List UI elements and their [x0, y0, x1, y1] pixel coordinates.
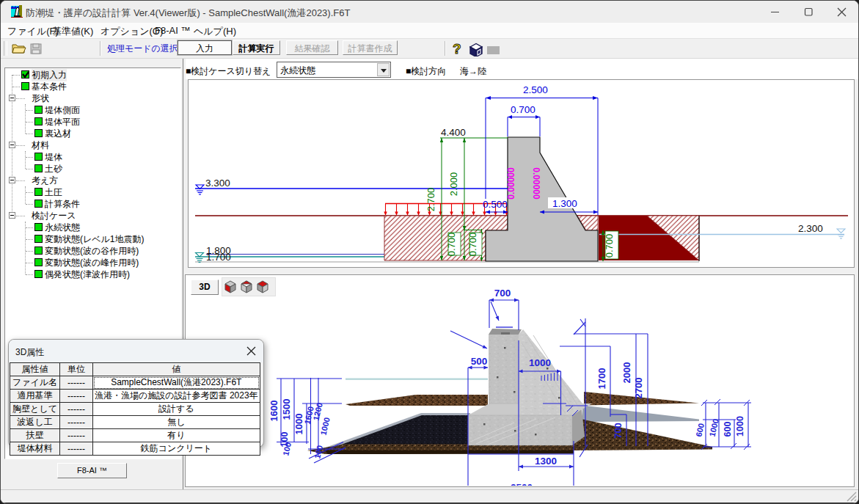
svg-text:?: ? — [453, 41, 461, 56]
